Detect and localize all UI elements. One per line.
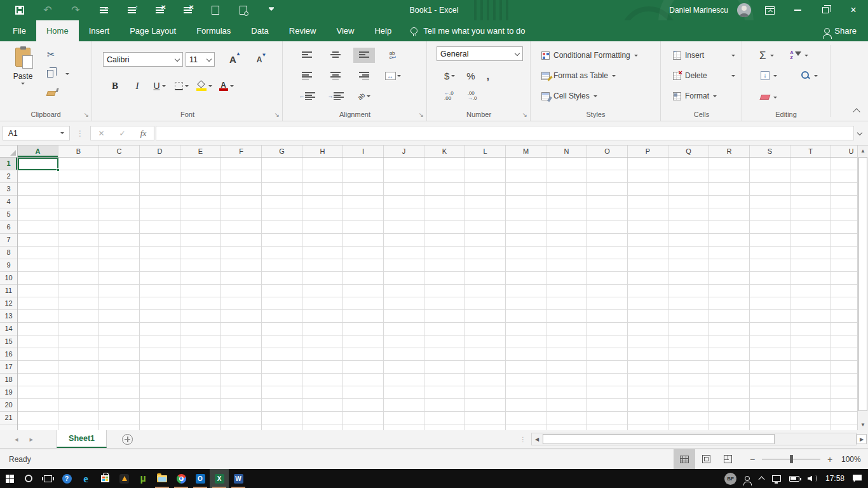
collapse-ribbon-button[interactable]: [853, 108, 860, 115]
cancel-entry-button[interactable]: ✕: [91, 129, 112, 138]
ribbon-display-options-button[interactable]: [760, 2, 779, 18]
orientation-button[interactable]: ab: [353, 88, 375, 104]
row-header-12[interactable]: 12: [0, 297, 17, 310]
copy-button[interactable]: [47, 67, 69, 80]
insert-columns-button[interactable]: ↑: [125, 3, 139, 17]
font-name-select[interactable]: Calibri: [103, 52, 183, 67]
autosum-button[interactable]: Σ: [759, 48, 774, 62]
touch-mode-button[interactable]: [208, 3, 222, 17]
row-header-4[interactable]: 4: [0, 196, 17, 208]
customize-qat-button[interactable]: [264, 3, 278, 17]
column-header-d[interactable]: D: [140, 146, 180, 157]
find-select-button[interactable]: [801, 69, 818, 83]
tab-insert[interactable]: Insert: [79, 20, 120, 41]
page-layout-view-button[interactable]: [695, 449, 717, 469]
borders-button[interactable]: [173, 78, 190, 93]
next-sheet-button[interactable]: ▸: [24, 435, 39, 444]
row-header-5[interactable]: 5: [0, 208, 17, 221]
column-header-l[interactable]: L: [465, 146, 506, 157]
excel-taskbar-button[interactable]: X: [210, 469, 229, 488]
row-header-3[interactable]: 3: [0, 183, 17, 196]
tab-view[interactable]: View: [326, 20, 364, 41]
user-avatar[interactable]: [737, 3, 751, 17]
row-header-6[interactable]: 6: [0, 221, 17, 234]
format-as-table-button[interactable]: Format as Table: [541, 69, 616, 83]
conditional-formatting-button[interactable]: Conditional Formatting: [541, 48, 638, 62]
middle-align-button[interactable]: [325, 48, 346, 63]
fill-color-button[interactable]: [196, 78, 212, 93]
column-header-s[interactable]: S: [750, 146, 790, 157]
column-header-e[interactable]: E: [180, 146, 221, 157]
column-header-h[interactable]: H: [302, 146, 343, 157]
column-header-c[interactable]: C: [99, 146, 140, 157]
new-sheet-button[interactable]: [122, 434, 133, 445]
column-header-o[interactable]: O: [587, 146, 628, 157]
insert-function-button[interactable]: fx: [133, 128, 154, 139]
column-header-q[interactable]: Q: [668, 146, 709, 157]
increase-indent-button[interactable]: →: [325, 88, 346, 104]
scroll-right-button[interactable]: ▶: [857, 434, 867, 444]
people-icon[interactable]: [745, 476, 750, 481]
tab-review[interactable]: Review: [279, 20, 327, 41]
normal-view-button[interactable]: [674, 449, 695, 469]
decrease-font-size-button[interactable]: A▼: [252, 55, 267, 64]
percent-style-button[interactable]: %: [466, 68, 475, 83]
select-all-button[interactable]: [0, 146, 18, 158]
column-header-m[interactable]: M: [506, 146, 546, 157]
column-header-r[interactable]: R: [709, 146, 750, 157]
wrap-text-button[interactable]: abc↩: [382, 48, 403, 63]
align-right-button[interactable]: [353, 68, 375, 83]
previous-sheet-button[interactable]: ◂: [9, 435, 24, 444]
tab-data[interactable]: Data: [241, 20, 278, 41]
tab-formulas[interactable]: Formulas: [186, 20, 241, 41]
number-format-select[interactable]: General: [437, 46, 523, 61]
name-box[interactable]: A1: [3, 126, 70, 140]
sort-filter-button[interactable]: AZ: [790, 48, 808, 62]
outlook-button[interactable]: O: [191, 469, 210, 488]
format-painter-button[interactable]: [47, 87, 69, 100]
tab-file[interactable]: File: [3, 20, 36, 41]
column-header-u[interactable]: U: [831, 146, 857, 157]
row-header-13[interactable]: 13: [0, 310, 17, 323]
increase-font-size-button[interactable]: A▲: [225, 54, 241, 65]
undo-button[interactable]: ↶: [41, 3, 55, 17]
row-header-15[interactable]: 15: [0, 336, 17, 348]
file-explorer-button[interactable]: [153, 469, 172, 488]
active-cell-selection[interactable]: [18, 158, 58, 170]
show-hidden-icons-button[interactable]: [759, 477, 765, 483]
cortana-search-button[interactable]: [19, 469, 38, 488]
format-cells-button[interactable]: Format: [673, 89, 717, 103]
top-align-button[interactable]: [296, 48, 318, 63]
bottom-align-button[interactable]: [353, 48, 375, 63]
page-break-preview-button[interactable]: [717, 449, 738, 469]
column-header-a[interactable]: A: [18, 146, 58, 157]
tab-help[interactable]: Help: [364, 20, 402, 41]
column-header-f[interactable]: F: [221, 146, 262, 157]
column-header-k[interactable]: K: [424, 146, 465, 157]
row-header-9[interactable]: 9: [0, 259, 17, 272]
delete-cells-button[interactable]: Delete: [673, 69, 735, 83]
zoom-out-button[interactable]: −: [749, 454, 756, 464]
row-header-7[interactable]: 7: [0, 234, 17, 247]
row-header-10[interactable]: 10: [0, 272, 17, 285]
row-header-11[interactable]: 11: [0, 285, 17, 297]
utorrent-button[interactable]: µ: [133, 469, 153, 488]
increase-decimal-button[interactable]: ←.0.00: [444, 88, 454, 104]
edge-button[interactable]: e: [76, 469, 95, 488]
tell-me-box[interactable]: Tell me what you want to do: [402, 20, 534, 41]
decrease-indent-button[interactable]: ←: [296, 88, 318, 104]
share-button[interactable]: Share: [813, 20, 868, 41]
zoom-slider-handle[interactable]: [790, 455, 793, 463]
restore-button[interactable]: [816, 2, 835, 18]
spreadsheet-cells[interactable]: [18, 158, 857, 430]
row-header-21[interactable]: 21: [0, 412, 17, 424]
minimize-button[interactable]: [788, 2, 807, 18]
row-header-18[interactable]: 18: [0, 374, 17, 386]
close-button[interactable]: ×: [844, 2, 863, 18]
column-header-i[interactable]: I: [343, 146, 384, 157]
sheetbar-resize-handle[interactable]: ⋮: [520, 436, 526, 443]
column-header-j[interactable]: J: [384, 146, 424, 157]
formula-input[interactable]: [156, 126, 854, 140]
row-header-20[interactable]: 20: [0, 399, 17, 412]
scroll-down-button[interactable]: ▼: [858, 419, 868, 430]
